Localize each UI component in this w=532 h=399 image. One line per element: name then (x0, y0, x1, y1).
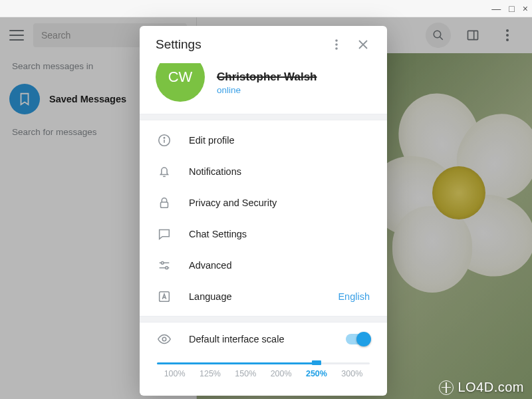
menu-label: Edit profile (189, 135, 370, 146)
separator (140, 114, 387, 120)
menu-label: Privacy and Security (189, 198, 370, 208)
settings-header: Settings (140, 26, 387, 63)
scale-option[interactable]: 200% (263, 369, 299, 378)
lock-icon (157, 196, 172, 210)
menu-value: English (338, 291, 370, 302)
svg-point-7 (335, 47, 338, 50)
svg-point-5 (335, 39, 338, 42)
menu-item-edit-profile[interactable]: Edit profile (140, 124, 387, 156)
settings-menu: Edit profile Notifications Privacy and S… (140, 120, 387, 316)
profile-status: online (217, 85, 317, 95)
menu-label: Chat Settings (189, 229, 370, 239)
sliders-icon (157, 258, 172, 273)
svg-point-11 (161, 261, 164, 264)
scale-toggle[interactable] (346, 334, 370, 344)
globe-icon (439, 380, 454, 395)
scale-option[interactable]: 100% (157, 369, 192, 378)
scale-option[interactable]: 125% (192, 369, 227, 378)
svg-point-9 (164, 137, 164, 138)
chat-icon (157, 227, 172, 241)
menu-item-advanced[interactable]: Advanced (140, 249, 387, 281)
menu-label: Advanced (189, 260, 370, 271)
language-icon (157, 289, 172, 304)
scale-slider[interactable]: 100%125%150%200%250%300% (157, 362, 370, 382)
info-icon (157, 133, 172, 148)
settings-modal: Settings CW Christopher Walsh online Edi… (140, 26, 387, 396)
window-maximize-button[interactable]: □ (509, 3, 514, 14)
svg-point-12 (166, 266, 168, 269)
menu-item-privacy[interactable]: Privacy and Security (140, 187, 387, 218)
close-icon[interactable] (351, 33, 375, 57)
watermark-text: LO4D.com (458, 380, 524, 395)
scale-option[interactable]: 300% (334, 369, 370, 378)
window-titlebar: — □ × (0, 0, 532, 17)
svg-point-14 (162, 337, 166, 341)
profile-name: Christopher Walsh (217, 70, 317, 84)
menu-label: Language (189, 291, 321, 302)
svg-point-6 (335, 43, 338, 46)
menu-item-language[interactable]: Language English (140, 281, 387, 312)
window-close-button[interactable]: × (523, 3, 528, 14)
menu-item-chat-settings[interactable]: Chat Settings (140, 218, 387, 249)
svg-rect-10 (161, 202, 168, 207)
scale-option[interactable]: 250% (299, 369, 334, 378)
menu-item-notifications[interactable]: Notifications (140, 156, 387, 187)
scale-label: Default interface scale (189, 334, 329, 344)
settings-body: CW Christopher Walsh online Edit profile… (140, 63, 387, 396)
bell-icon (157, 164, 172, 179)
profile-row[interactable]: CW Christopher Walsh online (140, 63, 387, 114)
settings-title: Settings (156, 37, 322, 52)
kebab-icon[interactable] (325, 33, 348, 57)
profile-avatar: CW (156, 63, 205, 102)
watermark: LO4D.com (439, 380, 524, 395)
separator (140, 316, 387, 323)
menu-label: Notifications (189, 166, 370, 177)
scale-option[interactable]: 150% (228, 369, 263, 378)
window-minimize-button[interactable]: — (491, 3, 501, 14)
eye-icon (157, 332, 172, 346)
scale-section: Default interface scale 100%125%150%200%… (140, 323, 387, 394)
